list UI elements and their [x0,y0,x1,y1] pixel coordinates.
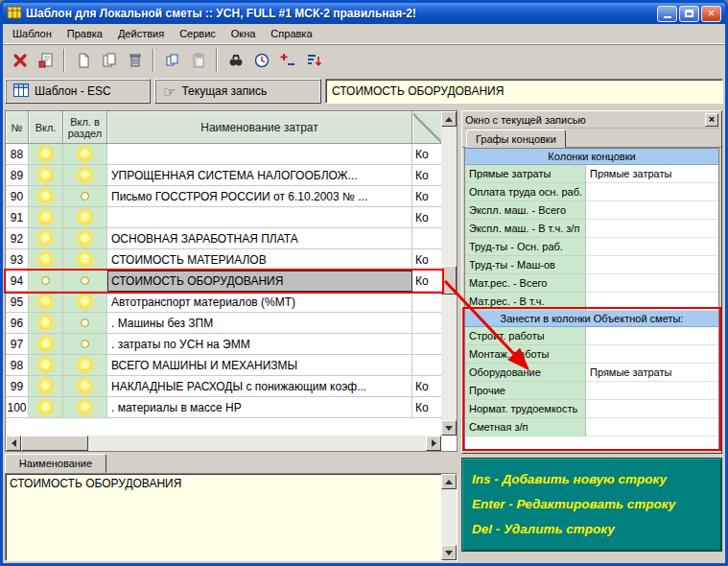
row-section-enabled-cell[interactable] [63,376,107,397]
row-enabled-cell[interactable] [29,271,63,292]
row-name-cell[interactable]: ОСНОВНАЯ ЗАРАБОТНАЯ ПЛАТА [107,228,412,249]
plus-minus-button[interactable] [274,48,300,73]
table-row[interactable]: 96 . Машины без ЗПМ [6,313,457,334]
row-name-cell[interactable]: СТОИМОСТЬ ОБОРУДОВАНИЯ [107,271,412,292]
copy-button[interactable] [159,48,185,73]
row-enabled-cell[interactable] [29,249,63,271]
row-section-enabled-cell[interactable] [63,397,107,418]
row-enabled-cell[interactable] [29,144,63,165]
record-field-value[interactable]: Прямые затраты [586,165,718,183]
row-section-enabled-cell[interactable] [63,144,107,165]
column-header-on-section[interactable]: Вкл. в раздел [63,111,107,144]
row-section-enabled-cell[interactable] [63,207,107,228]
record-field-value[interactable] [586,238,718,256]
row-name-cell[interactable]: НАКЛАДНЫЕ РАСХОДЫ с понижающим коэф... [107,376,412,397]
scrollbar-track[interactable] [21,436,426,451]
record-field-value[interactable] [586,345,718,364]
name-memo[interactable]: СТОИМОСТЬ ОБОРУДОВАНИЯ [5,473,458,561]
scroll-down-button[interactable] [441,420,457,436]
row-name-cell[interactable]: СТОИМОСТЬ МАТЕРИАЛОВ [107,249,412,271]
row-section-enabled-cell[interactable] [63,292,107,313]
table-row[interactable]: 88 Ко [6,144,457,165]
table-vertical-scrollbar[interactable] [441,111,457,436]
row-enabled-cell[interactable] [29,334,63,355]
current-record-button[interactable]: ☞ Текущая запись [154,79,321,104]
record-field-value[interactable] [586,220,718,238]
maximize-button[interactable] [679,6,699,22]
record-window-close-button[interactable]: × [705,113,718,127]
row-name-cell[interactable] [107,144,412,165]
row-section-enabled-cell[interactable] [63,313,107,334]
table-row[interactable]: 90 Письмо ГОССТРОЯ РОССИИ от 6.10.2003 №… [6,186,457,207]
record-field-value[interactable] [586,327,718,345]
record-field-value[interactable] [586,400,718,418]
table-row[interactable]: 97 . затраты по УСН на ЭММ [6,334,457,355]
current-record-field[interactable]: СТОИМОСТЬ ОБОРУДОВАНИЯ [325,79,723,104]
close-button[interactable]: × [701,6,721,22]
record-field-value[interactable]: Прямые затраты [586,364,718,382]
scrollbar-track[interactable] [441,489,457,545]
column-header-num[interactable]: № [6,111,29,144]
row-enabled-cell[interactable] [29,397,63,418]
paste-button[interactable] [185,48,211,73]
table-row[interactable]: 91 Ко [6,207,457,228]
scroll-up-button[interactable] [441,474,457,489]
table-row[interactable]: 92 ОСНОВНАЯ ЗАРАБОТНАЯ ПЛАТА [6,228,457,249]
minimize-button[interactable] [657,6,677,22]
record-field-value[interactable] [586,256,718,274]
menu-item[interactable]: Окна [223,25,264,42]
copy-record-button[interactable] [33,48,59,73]
history-button[interactable] [248,48,274,73]
row-name-cell[interactable]: Письмо ГОССТРОЯ РОССИИ от 6.10.2003 № ..… [107,186,412,207]
row-enabled-cell[interactable] [29,376,63,397]
record-field-value[interactable] [586,201,718,220]
row-name-cell[interactable]: . затраты по УСН на ЭММ [107,334,412,355]
scrollbar-track[interactable] [441,127,457,420]
scrollbar-thumb[interactable] [21,436,88,451]
row-name-cell[interactable]: ВСЕГО МАШИНЫ И МЕХАНИЗМЫ [107,355,412,376]
menu-item[interactable]: Действия [110,25,172,42]
record-field-value[interactable] [586,382,718,400]
row-enabled-cell[interactable] [29,186,63,207]
tab-name[interactable]: Наименование [5,454,106,473]
scroll-left-button[interactable] [6,436,21,451]
table-row[interactable]: 100 . материалы в массе НР Ко [6,397,457,418]
row-enabled-cell[interactable] [29,292,63,313]
record-field-value[interactable] [586,418,718,436]
table-row[interactable]: 89 УПРОЩЕННАЯ СИСТЕМА НАЛОГООБЛОЖ... Ко [6,165,457,186]
new-template-button[interactable] [70,48,96,73]
table-horizontal-scrollbar[interactable] [6,436,441,451]
column-header-name[interactable]: Наименование затрат [107,111,412,144]
row-enabled-cell[interactable] [29,207,63,228]
row-name-cell[interactable]: . Машины без ЗПМ [107,313,412,334]
tab-endings[interactable]: Графы концовки [466,130,566,148]
copy-template-button[interactable] [96,48,122,73]
table-row[interactable]: 94 СТОИМОСТЬ ОБОРУДОВАНИЯ Ко [6,271,457,292]
row-name-cell[interactable]: Автотранспорт материалов (%МТ) [107,292,412,313]
row-section-enabled-cell[interactable] [63,334,107,355]
sort-button[interactable] [300,48,326,73]
record-field-value[interactable] [586,293,718,311]
row-enabled-cell[interactable] [29,228,63,249]
menu-item[interactable]: Сервис [172,25,223,42]
row-section-enabled-cell[interactable] [63,165,107,186]
table-row[interactable]: 95 Автотранспорт материалов (%МТ) [6,292,457,313]
row-name-cell[interactable] [107,207,412,228]
row-enabled-cell[interactable] [29,313,63,334]
row-section-enabled-cell[interactable] [63,355,107,376]
scroll-down-button[interactable] [441,545,457,560]
table-row[interactable]: 93 СТОИМОСТЬ МАТЕРИАЛОВ Ко [6,249,457,271]
row-enabled-cell[interactable] [29,165,63,186]
table-row[interactable]: 99 НАКЛАДНЫЕ РАСХОДЫ с понижающим коэф..… [6,376,457,397]
column-header-partial[interactable] [412,111,441,144]
row-name-cell[interactable]: . материалы в массе НР [107,397,412,418]
table-row[interactable]: 98 ВСЕГО МАШИНЫ И МЕХАНИЗМЫ [6,355,457,376]
find-button[interactable] [223,48,248,73]
row-section-enabled-cell[interactable] [63,271,107,292]
column-header-on[interactable]: Вкл. [29,111,63,144]
row-section-enabled-cell[interactable] [63,186,107,207]
menu-item[interactable]: Правка [59,25,110,42]
menu-item[interactable]: Справка [263,25,319,42]
menu-item[interactable]: Шаблон [5,25,59,42]
record-field-value[interactable] [586,183,718,201]
